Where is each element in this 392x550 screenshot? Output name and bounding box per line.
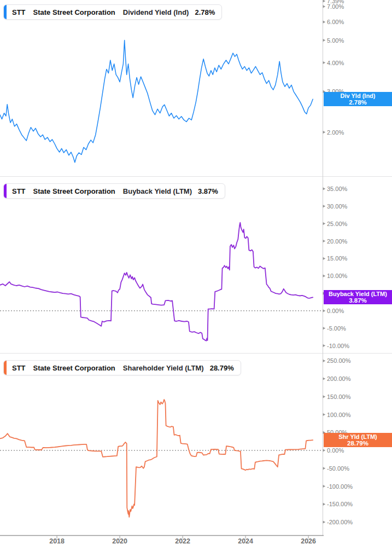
company-name: State Street Corporation bbox=[33, 187, 115, 195]
badge-label: Div Yld (Ind) bbox=[324, 92, 392, 99]
metric-value: 3.87% bbox=[198, 187, 218, 195]
badge-label: Buyback Yield (LTM) bbox=[324, 291, 392, 297]
company-name: State Street Corporation bbox=[33, 364, 115, 372]
metric-value: 2.78% bbox=[195, 8, 215, 16]
badge-label: Shr Yld (LTM) bbox=[324, 433, 392, 440]
dividend-yield-line bbox=[0, 40, 313, 163]
badge-value: 3.87% bbox=[324, 297, 392, 304]
last-value-badge-shareholder-yield: Shr Yld (LTM) 28.79% bbox=[324, 433, 392, 447]
series-header-shareholder-yield[interactable]: STT State Street Corporation Shareholder… bbox=[3, 360, 241, 375]
charts-canvas[interactable] bbox=[0, 0, 392, 550]
ticker: STT bbox=[12, 187, 26, 195]
metric-value: 28.79% bbox=[210, 364, 234, 372]
ticker: STT bbox=[12, 364, 26, 372]
badge-value: 28.79% bbox=[324, 440, 392, 447]
multi-chart-view: 7.39%7.00%6.00%5.00%4.00%3.00%2.00%35.00… bbox=[0, 0, 392, 550]
series-header-dividend-yield[interactable]: STT State Street Corporation Dividend Yi… bbox=[3, 4, 222, 20]
ticker: STT bbox=[12, 8, 26, 16]
series-color-bar bbox=[4, 5, 7, 19]
series-color-bar bbox=[4, 184, 7, 198]
last-value-badge-dividend-yield: Div Yld (Ind) 2.78% bbox=[324, 92, 392, 106]
metric-name: Dividend Yield (Ind) bbox=[123, 8, 189, 16]
series-color-bar bbox=[4, 361, 7, 375]
series-header-buyback-yield[interactable]: STT State Street Corporation Buyback Yie… bbox=[3, 183, 225, 199]
metric-name: Shareholder Yield (LTM) bbox=[123, 364, 204, 372]
badge-value: 2.78% bbox=[324, 99, 392, 106]
metric-name: Buyback Yield (LTM) bbox=[123, 187, 192, 195]
last-value-badge-buyback-yield: Buyback Yield (LTM) 3.87% bbox=[324, 290, 392, 304]
shareholder-yield-line bbox=[0, 400, 313, 517]
company-name: State Street Corporation bbox=[33, 8, 115, 16]
buyback-yield-line bbox=[0, 223, 313, 341]
